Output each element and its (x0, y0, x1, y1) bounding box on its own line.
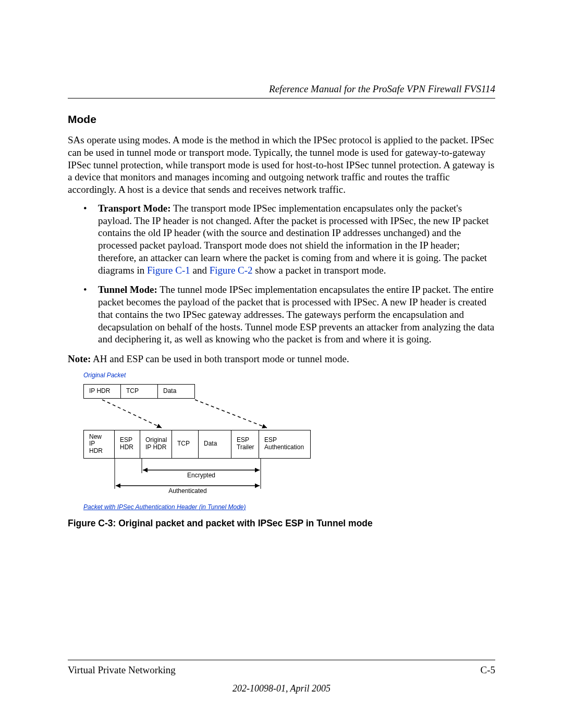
figure-link-c1[interactable]: Figure C-1 (147, 265, 190, 276)
page-footer: Virtual Private Networking C-5 202-10098… (68, 660, 495, 694)
pkt-cell-new-iphdr: New IP HDR (83, 430, 115, 459)
header-rule (68, 98, 495, 98)
note-label: Note: (68, 353, 91, 364)
note-text: AH and ESP can be used in both transport… (91, 353, 349, 364)
bullet-tunnel-mode: Tunnel Mode: The tunnel mode IPSec imple… (68, 283, 495, 346)
figure-link-c2[interactable]: Figure C-2 (210, 265, 253, 276)
run-in-label: Tunnel Mode: (98, 284, 157, 295)
footer-left: Virtual Private Networking (68, 664, 176, 676)
bullet-list: Transport Mode: The transport mode IPSec… (68, 202, 495, 346)
note-paragraph: Note: AH and ESP can be used in both tra… (68, 353, 495, 365)
pkt-cell-data2: Data (198, 430, 231, 459)
footer-right: C-5 (481, 664, 496, 676)
packet-row-tunnel: New IP HDR ESP HDR Original IP HDR TCP D… (83, 430, 495, 459)
pkt-cell-esp-trailer: ESP Trailer (231, 430, 259, 459)
encrypted-label: Encrypted (187, 472, 215, 479)
pkt-cell-tcp: TCP (120, 384, 158, 399)
run-in-label: Transport Mode: (98, 203, 171, 214)
pkt-cell-iphdr: IP HDR (83, 384, 121, 399)
figure-bottom-label: Packet with IPSec Authentication Header … (83, 503, 495, 511)
bullet-transport-mode: Transport Mode: The transport mode IPSec… (68, 202, 495, 277)
pkt-cell-tcp2: TCP (172, 430, 199, 459)
page: Reference Manual for the ProSafe VPN Fir… (0, 0, 563, 728)
pkt-cell-orig-iphdr: Original IP HDR (140, 430, 172, 459)
svg-line-1 (195, 400, 267, 428)
pkt-cell-esp-auth: ESP Authentication (259, 430, 311, 459)
svg-line-0 (102, 400, 162, 428)
running-head: Reference Manual for the ProSafe VPN Fir… (68, 83, 495, 95)
figure-top-label: Original Packet (83, 372, 495, 379)
bullet-text-after: show a packet in transport mode. (253, 265, 386, 276)
figure-arrows (83, 399, 323, 430)
intro-paragraph: SAs operate using modes. A mode is the m… (68, 134, 495, 196)
bullet-text: The tunnel mode IPSec implementation enc… (98, 284, 494, 344)
section-heading: Mode (68, 113, 495, 126)
pkt-cell-esp-hdr: ESP HDR (114, 430, 140, 459)
figure-caption: Figure C-3: Original packet and packet w… (68, 518, 495, 529)
footer-rule (68, 660, 495, 660)
authenticated-label: Authenticated (168, 487, 206, 495)
doc-id: 202-10098-01, April 2005 (68, 683, 495, 694)
packet-row-original: IP HDR TCP Data (83, 384, 495, 399)
pkt-cell-data: Data (157, 384, 195, 399)
figure-c3: Original Packet IP HDR TCP Data New IP H… (83, 372, 495, 511)
bullet-text-mid: and (190, 265, 210, 276)
figure-range-arrows: Encrypted Authenticated (83, 459, 323, 500)
